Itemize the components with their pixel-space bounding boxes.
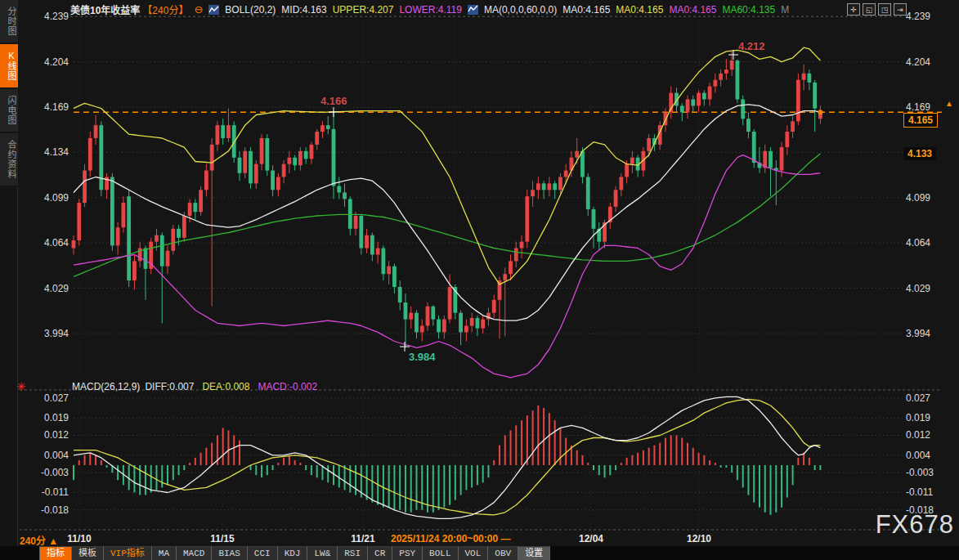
ma-m-label: M xyxy=(781,4,789,16)
candle-body xyxy=(420,326,424,333)
toolbar-tab-5[interactable]: BIAS xyxy=(211,546,246,560)
macd-y-label-left-3: 0.004 xyxy=(23,450,69,461)
left-sidebar: 分时图K线图闪电图合约资料 xyxy=(0,0,18,560)
fx678-watermark: FX678 xyxy=(876,510,954,540)
sidebar-item-2[interactable]: 闪电图 xyxy=(0,89,18,133)
collapse-indicator-icon[interactable]: ⊖ xyxy=(194,3,203,16)
candle-body xyxy=(381,249,385,275)
sidebar-item-3[interactable]: 合约资料 xyxy=(0,133,18,187)
candle-body xyxy=(437,320,441,333)
toolbar-tab-2[interactable]: VIP指标 xyxy=(103,546,151,560)
axis-scale-right-icon[interactable]: ◳ xyxy=(878,3,891,16)
candle-body xyxy=(691,100,695,106)
toolbar-tab-9[interactable]: RSI xyxy=(337,546,367,560)
sidebar-item-1[interactable]: K线图 xyxy=(0,44,18,89)
axis-scale-left-icon[interactable]: ◱ xyxy=(863,3,876,16)
candle-body xyxy=(99,125,103,190)
x-axis-date-2: 11/21 xyxy=(351,533,374,544)
ma0-yellow-value: MA0:4.165 xyxy=(616,4,663,16)
candle-body xyxy=(166,251,170,267)
macd-y-label-right-2: 0.012 xyxy=(906,429,955,441)
candle-body xyxy=(813,83,817,109)
price-macd-chart[interactable]: 4.1664.2123.984 xyxy=(0,0,959,560)
ma0-white-value: MA0:4.165 xyxy=(562,4,610,16)
selected-candle-time: 2025/11/24 20:00~00:00 — xyxy=(387,532,514,545)
toolbar-tab-1[interactable]: 模板 xyxy=(71,546,103,560)
main-y-label-right-4: 4.099 xyxy=(906,192,955,204)
ma60-price-tag: 4.133 xyxy=(903,147,936,160)
main-y-label-left-6: 4.029 xyxy=(23,283,69,294)
candle-body xyxy=(476,318,480,329)
candle-body xyxy=(719,74,723,80)
toolbar-tab-3[interactable]: MA xyxy=(151,546,176,560)
candle-body xyxy=(464,326,468,333)
candle-body xyxy=(204,171,208,190)
candle-body xyxy=(503,274,507,280)
main-y-label-left-4: 4.099 xyxy=(23,192,69,204)
sidebar-item-0[interactable]: 分时图 xyxy=(0,0,18,44)
macd-y-label-right-1: 0.019 xyxy=(906,412,955,423)
main-y-label-left-1: 4.204 xyxy=(23,56,69,68)
ma60-value: MA60:4.135 xyxy=(722,4,775,16)
last-price-marker xyxy=(818,110,822,114)
toolbar-tab-7[interactable]: KDJ xyxy=(277,546,307,560)
toolbar-tab-4[interactable]: MACD xyxy=(176,546,211,560)
toolbar-tab-13[interactable]: VOL xyxy=(458,546,488,560)
candle-body xyxy=(188,203,192,216)
candle-body xyxy=(121,203,125,227)
current-price-tag: 4.165 xyxy=(903,113,938,128)
candle-body xyxy=(392,267,397,287)
macd-y-label-left-0: 0.027 xyxy=(23,392,69,404)
macd-diff-line xyxy=(74,396,820,518)
candle-body xyxy=(310,145,314,159)
candle-body xyxy=(243,151,247,173)
candle-body xyxy=(326,125,330,129)
ma-chart-icon xyxy=(468,5,478,15)
boll-upper-line xyxy=(74,47,820,284)
toolbar-tab-10[interactable]: CR xyxy=(367,546,392,560)
toolbar-tab-6[interactable]: CCI xyxy=(247,546,277,560)
candle-body xyxy=(708,87,712,100)
candle-body xyxy=(415,313,419,333)
boll-upper-value: UPPER:4.207 xyxy=(333,4,394,16)
toolbar-tab-12[interactable]: BOLL xyxy=(422,546,457,560)
candle-body xyxy=(271,171,275,190)
candle-body xyxy=(177,229,181,238)
candle-body xyxy=(741,100,745,119)
candle-body xyxy=(702,93,706,100)
collapse-panel-icon[interactable]: ⇥ xyxy=(894,3,907,16)
candle-body xyxy=(791,121,795,132)
period-label: 【240分】 xyxy=(142,2,188,16)
candle-body xyxy=(249,151,253,184)
toolbar-tab-14[interactable]: OBV xyxy=(487,546,518,560)
indicator-alert-icon[interactable]: ✳ xyxy=(16,380,26,393)
toolbar-tab-8[interactable]: LW& xyxy=(307,546,337,560)
candle-body xyxy=(282,164,286,177)
period-selector[interactable]: 240分 ▲ xyxy=(20,533,58,547)
toolbar-tab-0[interactable]: 指标 xyxy=(39,546,71,560)
macd-macd-value: MACD:-0.002 xyxy=(258,381,317,392)
candle-body xyxy=(746,119,751,132)
candle-body xyxy=(426,307,430,326)
toolbar-tab-15[interactable]: 设置 xyxy=(518,546,550,560)
candle-body xyxy=(404,302,408,320)
candle-body xyxy=(132,261,137,280)
toolbar-tab-11[interactable]: PSY xyxy=(392,546,422,560)
candle-body xyxy=(343,192,347,199)
candle-body xyxy=(542,183,546,190)
candle-body xyxy=(796,80,800,122)
trading-terminal: 4.1664.2123.984 分时图K线图闪电图合约资料 美债10年收益率 【… xyxy=(0,0,959,560)
candle-body xyxy=(199,190,203,212)
main-y-label-right-7: 3.994 xyxy=(906,328,955,339)
candle-body xyxy=(293,158,297,165)
candle-body xyxy=(182,216,186,238)
candle-body xyxy=(238,158,242,173)
candle-body xyxy=(193,203,197,212)
candle-body xyxy=(580,151,585,177)
candle-body xyxy=(370,235,374,255)
main-y-label-right-6: 4.029 xyxy=(906,283,955,294)
candle-body xyxy=(547,183,551,190)
pan-icon[interactable]: ✛ xyxy=(847,3,860,16)
candle-body xyxy=(614,190,618,207)
macd-y-label-left-2: 0.012 xyxy=(23,429,69,441)
